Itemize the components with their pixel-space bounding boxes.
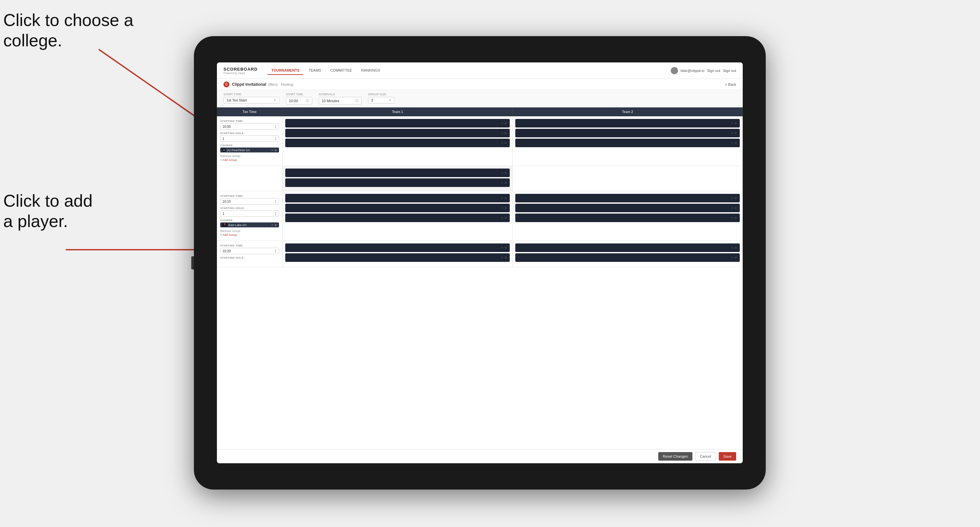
slot-expand-1-1[interactable]: ⊕ <box>504 122 507 125</box>
save-button[interactable]: Save <box>719 452 736 460</box>
extra-slot-1-1[interactable]: × ⊕ <box>285 168 510 177</box>
remove-group-1[interactable]: Remove Group <box>220 154 279 158</box>
slot-close-5-2[interactable]: × <box>501 256 503 259</box>
nav-rankings[interactable]: RANKINGS <box>357 67 384 75</box>
extra-slot-close-1-2[interactable]: × <box>501 181 503 184</box>
remove-group-2[interactable]: Remove Group <box>220 229 279 233</box>
hole-arrows-2: ▲▼ <box>274 211 277 216</box>
start-type-input[interactable]: 1st Tee Start ▼ <box>223 97 279 103</box>
slot-expand-1-3[interactable]: ⊕ <box>504 141 507 144</box>
slot-close-2-2[interactable]: × <box>732 132 733 135</box>
slot-expand-4-1[interactable]: ⊕ <box>735 197 737 200</box>
slot-close-1-1[interactable]: × <box>501 122 503 125</box>
tournament-subtitle: (Men) <box>268 83 278 86</box>
slot-expand-2-2[interactable]: ⊕ <box>735 132 737 135</box>
player-slot-6-2[interactable]: × ⊕ <box>515 253 740 262</box>
slot-close-4-1[interactable]: × <box>732 197 733 200</box>
player-slot-2-2[interactable]: × ⊕ <box>515 129 740 137</box>
course-remove-1[interactable]: × <box>272 149 273 152</box>
add-group-1[interactable]: + Add Group <box>220 158 279 162</box>
slot-expand-2-3[interactable]: ⊕ <box>735 141 737 144</box>
player-slot-5-2[interactable]: × ⊕ <box>285 253 510 262</box>
player-slot-2-1[interactable]: × ⊕ <box>515 119 740 127</box>
extra-team2-1 <box>513 166 743 191</box>
sign-out-link[interactable]: Sign out <box>707 69 720 73</box>
slot-expand-5-1[interactable]: ⊕ <box>504 246 507 249</box>
course-expand-1[interactable]: ⊕ <box>274 149 277 152</box>
course-remove-2[interactable]: × <box>272 224 273 227</box>
player-slot-4-2[interactable]: × ⊕ <box>515 204 740 212</box>
slot-close-6-1[interactable]: × <box>732 246 733 249</box>
tablet-side-button <box>191 256 194 270</box>
player-slot-1-2[interactable]: × ⊕ <box>285 129 510 137</box>
extra-slot-close-1-1[interactable]: × <box>501 171 503 175</box>
slot-close-2-1[interactable]: × <box>732 122 733 125</box>
slot-close-1-3[interactable]: × <box>501 141 503 144</box>
col-tee-time: Tee Time <box>217 108 283 116</box>
starting-hole-input-1[interactable]: 1 ▲▼ <box>220 135 279 142</box>
starting-time-input-2[interactable]: 10:10 ▲▼ <box>220 198 279 205</box>
slot-expand-5-2[interactable]: ⊕ <box>504 256 507 259</box>
course-input-2[interactable]: 📍 East Lake GC × ⊕ <box>220 222 279 227</box>
slot-close-2-3[interactable]: × <box>732 141 733 144</box>
add-group-2[interactable]: + Add Group <box>220 233 279 237</box>
player-slot-3-2[interactable]: × ⊕ <box>285 204 510 212</box>
extra-slot-expand-1-2[interactable]: ⊕ <box>504 181 507 184</box>
nav-tournaments[interactable]: TOURNAMENTS <box>267 67 303 75</box>
slot-close-4-3[interactable]: × <box>732 216 733 219</box>
reset-button[interactable]: Reset Changes <box>658 452 692 460</box>
tournament-title: Clippd Invitational <box>232 82 266 87</box>
slot-close-6-2[interactable]: × <box>732 256 733 259</box>
course-expand-2[interactable]: ⊕ <box>274 224 277 227</box>
starting-hole-label-3: STARTING HOLE: <box>220 256 279 259</box>
player-slot-1-1[interactable]: × ⊕ <box>285 119 510 127</box>
slot-expand-4-3[interactable]: ⊕ <box>735 216 737 219</box>
player-slot-1-3[interactable]: × ⊕ <box>285 139 510 147</box>
tee-info-1: STARTING TIME: 10:00 ▲▼ STARTING HOLE: 1… <box>217 116 283 166</box>
slot-expand-1-2[interactable]: ⊕ <box>504 132 507 135</box>
starting-time-input-3[interactable]: 10:20 ▲▼ <box>220 248 279 254</box>
slot-expand-3-3[interactable]: ⊕ <box>504 216 507 219</box>
cancel-button[interactable]: Cancel <box>695 452 716 460</box>
player-slot-5-1[interactable]: × ⊕ <box>285 243 510 252</box>
breadcrumb-bar: C Clippd Invitational (Men) Hosting < Ba… <box>217 79 743 90</box>
nav-committee[interactable]: COMMITTEE <box>326 67 356 75</box>
content-area: STARTING TIME: 10:00 ▲▼ STARTING HOLE: 1… <box>217 116 743 449</box>
team2-cell-1: × ⊕ × ⊕ × ⊕ <box>513 116 743 166</box>
start-time-input[interactable]: 10:00 ⓘ <box>286 97 312 105</box>
sign-out-text[interactable]: Sign out <box>723 69 736 73</box>
player-slot-4-1[interactable]: × ⊕ <box>515 194 740 202</box>
extra-slot-1-2[interactable]: × ⊕ <box>285 178 510 187</box>
slot-expand-4-2[interactable]: ⊕ <box>735 206 737 210</box>
slot-expand-6-2[interactable]: ⊕ <box>735 256 737 259</box>
slot-close-3-3[interactable]: × <box>501 216 503 219</box>
slot-expand-2-1[interactable]: ⊕ <box>735 122 737 125</box>
starting-hole-input-2[interactable]: 1 ▲▼ <box>220 210 279 217</box>
slot-close-5-1[interactable]: × <box>501 246 503 249</box>
slot-close-3-1[interactable]: × <box>501 197 503 200</box>
slot-close-3-2[interactable]: × <box>501 206 503 210</box>
group-row-3: STARTING TIME: 10:20 ▲▼ STARTING HOLE: ×… <box>217 241 743 267</box>
player-slot-3-3[interactable]: × ⊕ <box>285 214 510 222</box>
course-input-1[interactable]: A (A) Peachtree GC × ⊕ <box>220 148 279 152</box>
hole-arrows-1: ▲▼ <box>274 137 277 141</box>
time-arrows-3: ▲▼ <box>274 249 277 253</box>
slot-close-4-2[interactable]: × <box>732 206 733 210</box>
back-button[interactable]: < Back <box>725 83 736 86</box>
nav-teams[interactable]: TEAMS <box>305 67 325 75</box>
player-slot-2-3[interactable]: × ⊕ <box>515 139 740 147</box>
slot-expand-3-1[interactable]: ⊕ <box>504 197 507 200</box>
slot-close-1-2[interactable]: × <box>501 132 503 135</box>
starting-time-input-1[interactable]: 10:00 ▲▼ <box>220 123 279 130</box>
player-slot-6-1[interactable]: × ⊕ <box>515 243 740 252</box>
intervals-input[interactable]: 10 Minutes ⓘ <box>319 97 361 105</box>
col-team1: Team 1 <box>283 108 513 116</box>
group-size-input[interactable]: 3 ▼ <box>368 97 395 103</box>
extra-slot-expand-1-1[interactable]: ⊕ <box>504 171 507 175</box>
logo-text: SCOREBOARD <box>223 67 258 71</box>
player-slot-3-1[interactable]: × ⊕ <box>285 194 510 202</box>
slot-expand-6-1[interactable]: ⊕ <box>735 246 737 249</box>
player-slot-4-3[interactable]: × ⊕ <box>515 214 740 222</box>
slot-expand-3-2[interactable]: ⊕ <box>504 206 507 210</box>
tee-info-3: STARTING TIME: 10:20 ▲▼ STARTING HOLE: <box>217 241 283 267</box>
